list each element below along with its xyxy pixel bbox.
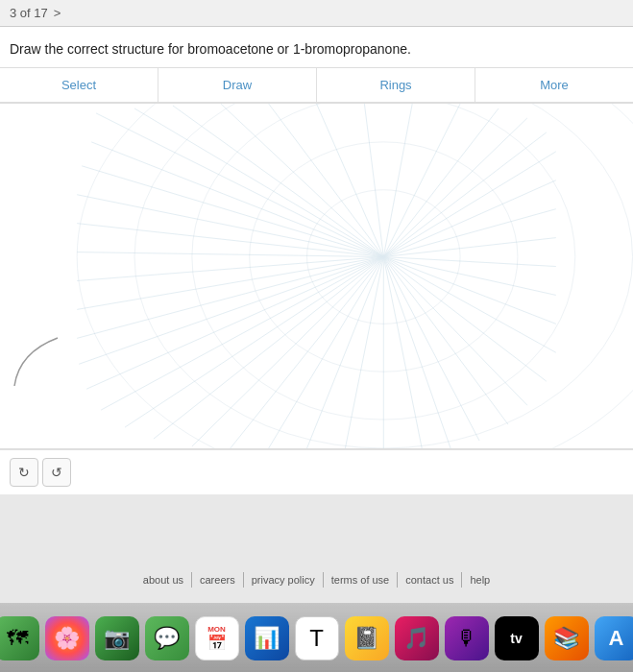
svg-line-32 xyxy=(154,257,383,439)
svg-line-6 xyxy=(364,104,383,257)
question-text: Draw the correct structure for bromoacet… xyxy=(10,41,411,57)
tab-rings[interactable]: Rings xyxy=(317,68,475,102)
undo-button[interactable]: ↺ xyxy=(42,458,71,487)
svg-point-45 xyxy=(307,190,461,324)
footer-about-us[interactable]: about us xyxy=(135,572,192,588)
dock-podcasts[interactable]: 🎙 xyxy=(445,616,489,660)
footer-contact-us[interactable]: contact us xyxy=(398,572,462,588)
top-bar: 3 of 17 > xyxy=(0,0,633,27)
toolbar: Select Draw Rings More xyxy=(0,68,633,104)
svg-line-30 xyxy=(231,257,384,448)
svg-point-49 xyxy=(77,104,633,448)
svg-line-8 xyxy=(383,104,460,257)
svg-line-28 xyxy=(307,257,384,448)
svg-line-29 xyxy=(269,257,384,448)
dock-calendar[interactable]: MON 📅 xyxy=(195,616,239,660)
svg-line-36 xyxy=(79,257,383,365)
chevron-right-icon[interactable]: > xyxy=(54,6,61,20)
dock-textedit[interactable]: T xyxy=(295,616,339,660)
svg-line-17 xyxy=(383,257,556,296)
svg-line-44 xyxy=(91,142,383,257)
svg-line-18 xyxy=(383,257,556,324)
svg-line-39 xyxy=(77,257,383,281)
dock-stocks[interactable]: 📊 xyxy=(245,616,289,660)
canvas-bottom-toolbar: ↻ ↺ xyxy=(0,449,633,494)
svg-point-46 xyxy=(250,142,518,372)
drawing-canvas[interactable] xyxy=(0,104,633,449)
svg-line-1 xyxy=(134,108,383,257)
svg-line-27 xyxy=(345,257,383,448)
svg-line-7 xyxy=(383,104,412,257)
svg-line-40 xyxy=(77,252,383,257)
svg-line-20 xyxy=(383,257,547,382)
dock-appstore[interactable]: A xyxy=(595,616,634,660)
svg-line-0 xyxy=(96,113,383,257)
dock-facetime[interactable]: 📷 xyxy=(95,616,139,660)
molecule-sketch xyxy=(10,333,67,400)
svg-line-25 xyxy=(383,257,422,448)
svg-line-43 xyxy=(82,166,383,257)
svg-line-16 xyxy=(383,257,556,267)
dock-music[interactable]: 🎵 xyxy=(395,616,439,660)
dock-tv[interactable]: tv xyxy=(495,616,539,660)
svg-line-33 xyxy=(125,257,383,428)
dock-messages[interactable]: 💬 xyxy=(145,616,189,660)
svg-line-4 xyxy=(269,104,384,257)
svg-point-48 xyxy=(134,104,633,448)
dock: 🖥 🗺 🌸 📷 💬 MON 📅 📊 T 📓 🎵 🎙 tv 📚 A ⚙ xyxy=(0,603,633,672)
footer-privacy-policy[interactable]: privacy policy xyxy=(244,572,324,588)
svg-line-41 xyxy=(77,224,383,257)
footer-terms-of-use[interactable]: terms of use xyxy=(324,572,399,588)
tab-more[interactable]: More xyxy=(475,68,633,102)
svg-line-23 xyxy=(383,257,479,441)
question-area: Draw the correct structure for bromoacet… xyxy=(0,27,633,68)
footer: about us careers privacy policy terms of… xyxy=(0,564,633,595)
svg-line-12 xyxy=(383,152,556,257)
svg-line-3 xyxy=(221,104,384,257)
dock-photos[interactable]: 🌸 xyxy=(45,616,89,660)
svg-line-2 xyxy=(173,106,383,257)
svg-line-22 xyxy=(383,257,508,425)
svg-line-19 xyxy=(383,257,556,353)
redo-button[interactable]: ↻ xyxy=(10,458,38,487)
tab-select[interactable]: Select xyxy=(0,68,158,102)
svg-line-5 xyxy=(317,104,384,257)
svg-line-10 xyxy=(383,118,527,257)
svg-line-42 xyxy=(77,195,383,257)
svg-line-9 xyxy=(383,108,499,257)
svg-line-38 xyxy=(77,257,383,310)
svg-line-11 xyxy=(383,132,547,257)
canvas-decoration xyxy=(0,104,633,448)
dock-books[interactable]: 📚 xyxy=(545,616,589,660)
svg-line-31 xyxy=(192,257,383,446)
svg-line-15 xyxy=(383,238,556,257)
footer-careers[interactable]: careers xyxy=(192,572,244,588)
dock-notes[interactable]: 📓 xyxy=(345,616,389,660)
svg-line-21 xyxy=(383,257,527,406)
dock-maps[interactable]: 🗺 xyxy=(0,616,39,660)
svg-line-34 xyxy=(101,257,383,411)
svg-line-14 xyxy=(383,209,556,257)
svg-line-35 xyxy=(86,257,383,390)
tab-draw[interactable]: Draw xyxy=(158,68,317,102)
footer-help[interactable]: help xyxy=(462,572,498,588)
svg-line-37 xyxy=(77,257,383,339)
svg-line-13 xyxy=(383,180,556,257)
svg-line-24 xyxy=(383,257,450,448)
svg-point-47 xyxy=(192,104,575,420)
page-indicator: 3 of 17 xyxy=(10,6,48,20)
